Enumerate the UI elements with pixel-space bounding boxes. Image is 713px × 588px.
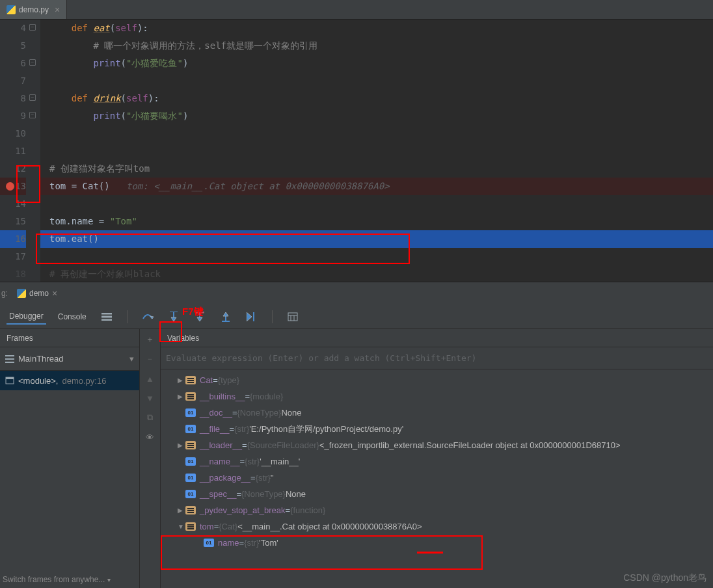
svg-marker-12 [223, 312, 228, 316]
editor-tab-demo[interactable]: demo.py × [0, 0, 67, 19]
variables-header: Variables [161, 329, 713, 347]
thread-selector[interactable]: MainThread ▾ [0, 347, 139, 371]
annotation-text: F7键 [182, 306, 204, 318]
variable-row[interactable]: 01__package__ = {str} '' [161, 470, 713, 486]
gutter-line: 15 [0, 213, 26, 230]
variable-row[interactable]: 01__name__ = {str} '__main__' [161, 453, 713, 470]
object-badge-icon [185, 441, 196, 449]
gutter-line: 5 [0, 37, 26, 55]
down-icon[interactable]: ▼ [144, 392, 157, 405]
show-watches-icon[interactable]: 👁 [144, 431, 157, 444]
threads-icon[interactable] [98, 308, 115, 325]
chevron-down-icon: ▾ [129, 354, 134, 364]
variables-tree[interactable]: ▶Cat = {type} ▶__builtins__ = {module} 0… [161, 369, 713, 588]
run-to-cursor-icon[interactable] [243, 308, 260, 325]
gutter-line: 14 [0, 195, 26, 213]
frames-panel: Frames MainThread ▾ <module>, demo.py:16 [0, 329, 140, 588]
code-editor[interactable]: 4− 5 6− 7 8− 9− 10 11 12 13 14 15 16 17 … [0, 20, 713, 282]
gutter-line: 10 [0, 125, 26, 142]
debug-panel: g: demo × Debugger Console Frames MainTh… [0, 282, 713, 588]
annotation-underline [417, 552, 443, 554]
svg-marker-14 [247, 312, 252, 321]
svg-rect-0 [101, 313, 112, 314]
step-over-icon[interactable] [139, 308, 156, 325]
variable-row[interactable]: ▼tom = {Cat} <__main__.Cat object at 0x0… [161, 518, 713, 535]
close-icon[interactable]: × [52, 288, 57, 299]
svg-rect-21 [5, 358, 14, 360]
tab-console[interactable]: Console [55, 310, 89, 324]
threads-icon [5, 355, 14, 363]
copy-icon[interactable]: ⧉ [144, 411, 157, 424]
variable-row[interactable]: ▶__loader__ = {SourceFileLoader} <_froze… [161, 437, 713, 453]
up-icon[interactable]: ▲ [144, 372, 157, 385]
svg-rect-20 [5, 355, 14, 356]
primitive-badge-icon: 01 [185, 425, 196, 433]
evaluate-input[interactable]: Evaluate expression (Enter) or add a wat… [161, 347, 713, 369]
variable-row[interactable]: ▶_pydev_stop_at_break = {function} [161, 502, 713, 518]
svg-rect-24 [6, 377, 14, 379]
variable-row[interactable]: ▶__builtins__ = {module} [161, 388, 713, 405]
add-watch-icon[interactable]: ＋ [144, 333, 157, 346]
svg-rect-1 [101, 316, 112, 317]
fold-icon[interactable]: − [29, 59, 36, 66]
variable-row[interactable]: ▶Cat = {type} [161, 372, 713, 388]
variable-row[interactable]: 01name = {str} 'Tom' [161, 535, 713, 551]
step-out-icon[interactable] [217, 308, 234, 325]
object-badge-icon [185, 506, 196, 514]
svg-marker-5 [171, 317, 176, 321]
gutter-line: 11 [0, 142, 26, 160]
gutter-line: 6− [0, 55, 26, 72]
primitive-badge-icon: 01 [204, 539, 214, 547]
fold-icon[interactable]: − [29, 112, 36, 118]
gutter-line: 8− [0, 90, 26, 107]
gutter-line: 7 [0, 72, 26, 90]
gutter-line: 9− [0, 107, 26, 125]
gutter-line: 18 [0, 265, 26, 283]
primitive-badge-icon: 01 [185, 490, 196, 498]
python-file-icon [17, 289, 26, 298]
editor-gutter: 4− 5 6− 7 8− 9− 10 11 12 13 14 15 16 17 … [0, 20, 40, 282]
variable-row[interactable]: 01__spec__ = {NoneType} None [161, 486, 713, 502]
primitive-badge-icon: 01 [185, 474, 196, 482]
object-badge-icon [185, 376, 196, 384]
debug-label: g: [1, 289, 8, 298]
variables-panel: ＋ － ▲ ▼ ⧉ 👁 Variables Evaluate expressio… [140, 329, 713, 588]
svg-rect-22 [5, 362, 14, 363]
object-badge-icon [185, 522, 196, 531]
debug-session-tab[interactable]: demo × [12, 282, 62, 304]
gutter-line: 12 [0, 160, 26, 178]
watermark: CSDN @python老鸟 [623, 572, 706, 584]
svg-rect-2 [101, 319, 112, 321]
debug-toolbar: Debugger Console [0, 304, 713, 329]
remove-watch-icon[interactable]: － [144, 353, 157, 366]
fold-icon[interactable]: − [29, 94, 36, 101]
variable-row[interactable]: 01__file__ = {str} 'E:/Python自学网/pythonP… [161, 421, 713, 437]
frame-icon [5, 377, 14, 384]
primitive-badge-icon: 01 [185, 457, 196, 466]
object-badge-icon [185, 392, 196, 401]
variable-row[interactable]: 01__doc__ = {NoneType} None [161, 405, 713, 421]
frames-header: Frames [0, 329, 139, 347]
breakpoint-icon[interactable] [6, 182, 14, 191]
gutter-line: 17 [0, 248, 26, 265]
python-file-icon [7, 5, 16, 14]
step-into-icon[interactable] [165, 308, 182, 325]
tab-filename: demo.py [19, 5, 49, 14]
close-icon[interactable]: × [55, 5, 60, 15]
gutter-line: 4− [0, 20, 26, 37]
fold-icon[interactable]: − [29, 24, 36, 31]
primitive-badge-icon: 01 [185, 408, 196, 417]
code-content[interactable]: def eat(self): # 哪一个对象调用的方法，self就是哪一个对象的… [40, 20, 713, 282]
editor-tab-bar: demo.py × [0, 0, 713, 20]
svg-rect-16 [288, 313, 297, 321]
tab-debugger[interactable]: Debugger [7, 309, 46, 325]
chevron-down-icon[interactable]: ▾ [107, 576, 111, 583]
debug-header: g: demo × [0, 282, 713, 304]
gutter-line-breakpoint: 13 [0, 178, 26, 195]
gutter-line-current: 16 [0, 230, 26, 248]
status-bar: Switch frames from anywhe... ▾ [3, 575, 111, 584]
frame-item[interactable]: <module>, demo.py:16 [0, 371, 139, 390]
evaluate-icon[interactable] [284, 308, 301, 325]
variables-toolbar: ＋ － ▲ ▼ ⧉ 👁 [140, 329, 161, 588]
